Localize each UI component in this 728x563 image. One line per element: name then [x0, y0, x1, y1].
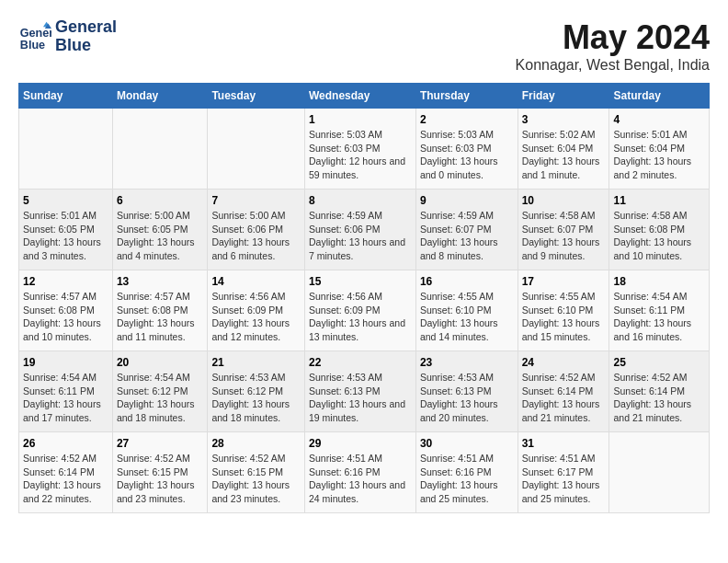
day-number: 31 — [522, 437, 606, 450]
day-number: 12 — [23, 275, 108, 288]
day-number: 30 — [420, 437, 514, 450]
calendar-table: SundayMondayTuesdayWednesdayThursdayFrid… — [18, 83, 710, 513]
day-number: 15 — [309, 275, 412, 288]
svg-text:Blue: Blue — [20, 38, 45, 51]
day-info: Sunrise: 4:52 AM Sunset: 6:14 PM Dayligh… — [613, 371, 705, 425]
calendar-cell: 28Sunrise: 4:52 AM Sunset: 6:15 PM Dayli… — [208, 432, 305, 513]
day-info: Sunrise: 4:56 AM Sunset: 6:09 PM Dayligh… — [211, 290, 301, 344]
calendar-cell: 30Sunrise: 4:51 AM Sunset: 6:16 PM Dayli… — [415, 432, 518, 513]
calendar-cell: 27Sunrise: 4:52 AM Sunset: 6:15 PM Dayli… — [112, 432, 208, 513]
calendar-cell — [208, 109, 305, 190]
weekday-header-thursday: Thursday — [415, 84, 518, 109]
calendar-cell: 24Sunrise: 4:52 AM Sunset: 6:14 PM Dayli… — [518, 351, 609, 432]
calendar-cell: 25Sunrise: 4:52 AM Sunset: 6:14 PM Dayli… — [609, 351, 710, 432]
calendar-cell: 2Sunrise: 5:03 AM Sunset: 6:03 PM Daylig… — [415, 109, 518, 190]
calendar-week-4: 19Sunrise: 4:54 AM Sunset: 6:11 PM Dayli… — [19, 351, 710, 432]
calendar-week-3: 12Sunrise: 4:57 AM Sunset: 6:08 PM Dayli… — [19, 270, 710, 351]
calendar-cell: 15Sunrise: 4:56 AM Sunset: 6:09 PM Dayli… — [304, 270, 415, 351]
day-info: Sunrise: 4:53 AM Sunset: 6:13 PM Dayligh… — [420, 371, 514, 425]
day-number: 4 — [613, 113, 705, 126]
day-number: 16 — [420, 275, 514, 288]
page-header: General Blue General Blue May 2024 Konna… — [18, 18, 710, 74]
calendar-cell — [609, 432, 710, 513]
day-info: Sunrise: 4:51 AM Sunset: 6:16 PM Dayligh… — [420, 452, 514, 506]
day-info: Sunrise: 5:01 AM Sunset: 6:05 PM Dayligh… — [23, 209, 108, 263]
day-number: 1 — [309, 113, 412, 126]
calendar-cell — [112, 109, 208, 190]
day-number: 20 — [117, 356, 204, 369]
day-number: 27 — [117, 437, 204, 450]
day-number: 8 — [309, 194, 412, 207]
day-info: Sunrise: 4:53 AM Sunset: 6:12 PM Dayligh… — [211, 371, 301, 425]
day-info: Sunrise: 5:00 AM Sunset: 6:06 PM Dayligh… — [211, 209, 301, 263]
weekday-header-saturday: Saturday — [609, 84, 710, 109]
calendar-cell: 6Sunrise: 5:00 AM Sunset: 6:05 PM Daylig… — [112, 190, 208, 270]
weekday-header-sunday: Sunday — [19, 84, 113, 109]
weekday-header-monday: Monday — [112, 84, 208, 109]
weekday-header-friday: Friday — [518, 84, 609, 109]
day-info: Sunrise: 4:52 AM Sunset: 6:15 PM Dayligh… — [117, 452, 204, 506]
weekday-header-tuesday: Tuesday — [208, 84, 305, 109]
calendar-cell: 5Sunrise: 5:01 AM Sunset: 6:05 PM Daylig… — [19, 190, 113, 270]
calendar-cell: 18Sunrise: 4:54 AM Sunset: 6:11 PM Dayli… — [609, 270, 710, 351]
day-info: Sunrise: 4:52 AM Sunset: 6:15 PM Dayligh… — [211, 452, 301, 506]
logo: General Blue General Blue — [18, 18, 117, 55]
calendar-cell: 14Sunrise: 4:56 AM Sunset: 6:09 PM Dayli… — [208, 270, 305, 351]
day-info: Sunrise: 4:54 AM Sunset: 6:11 PM Dayligh… — [23, 371, 108, 425]
calendar-cell: 11Sunrise: 4:58 AM Sunset: 6:08 PM Dayli… — [609, 190, 710, 270]
calendar-week-5: 26Sunrise: 4:52 AM Sunset: 6:14 PM Dayli… — [19, 432, 710, 513]
day-number: 17 — [522, 275, 606, 288]
day-number: 29 — [309, 437, 412, 450]
day-number: 25 — [613, 356, 705, 369]
page-title: May 2024 — [516, 18, 710, 57]
day-number: 2 — [420, 113, 514, 126]
day-number: 18 — [613, 275, 705, 288]
day-info: Sunrise: 4:56 AM Sunset: 6:09 PM Dayligh… — [309, 290, 412, 344]
day-number: 11 — [613, 194, 705, 207]
weekday-header-wednesday: Wednesday — [304, 84, 415, 109]
calendar-cell: 19Sunrise: 4:54 AM Sunset: 6:11 PM Dayli… — [19, 351, 113, 432]
day-info: Sunrise: 4:58 AM Sunset: 6:07 PM Dayligh… — [522, 209, 606, 263]
day-number: 3 — [522, 113, 606, 126]
calendar-cell: 23Sunrise: 4:53 AM Sunset: 6:13 PM Dayli… — [415, 351, 518, 432]
day-info: Sunrise: 4:55 AM Sunset: 6:10 PM Dayligh… — [420, 290, 514, 344]
logo-text-line2: Blue — [55, 37, 117, 55]
calendar-cell: 12Sunrise: 4:57 AM Sunset: 6:08 PM Dayli… — [19, 270, 113, 351]
day-number: 24 — [522, 356, 606, 369]
logo-icon: General Blue — [18, 20, 51, 53]
day-info: Sunrise: 4:55 AM Sunset: 6:10 PM Dayligh… — [522, 290, 606, 344]
calendar-cell: 22Sunrise: 4:53 AM Sunset: 6:13 PM Dayli… — [304, 351, 415, 432]
day-info: Sunrise: 5:00 AM Sunset: 6:05 PM Dayligh… — [117, 209, 204, 263]
day-info: Sunrise: 4:52 AM Sunset: 6:14 PM Dayligh… — [522, 371, 606, 425]
calendar-cell: 13Sunrise: 4:57 AM Sunset: 6:08 PM Dayli… — [112, 270, 208, 351]
logo-text-line1: General — [55, 18, 117, 37]
day-info: Sunrise: 4:51 AM Sunset: 6:16 PM Dayligh… — [309, 452, 412, 506]
day-number: 14 — [211, 275, 301, 288]
day-number: 22 — [309, 356, 412, 369]
calendar-cell: 10Sunrise: 4:58 AM Sunset: 6:07 PM Dayli… — [518, 190, 609, 270]
title-area: May 2024 Konnagar, West Bengal, India — [516, 18, 710, 74]
calendar-cell: 29Sunrise: 4:51 AM Sunset: 6:16 PM Dayli… — [304, 432, 415, 513]
calendar-cell: 1Sunrise: 5:03 AM Sunset: 6:03 PM Daylig… — [304, 109, 415, 190]
day-info: Sunrise: 4:59 AM Sunset: 6:06 PM Dayligh… — [309, 209, 412, 263]
calendar-cell — [19, 109, 113, 190]
day-info: Sunrise: 4:54 AM Sunset: 6:12 PM Dayligh… — [117, 371, 204, 425]
calendar-cell: 9Sunrise: 4:59 AM Sunset: 6:07 PM Daylig… — [415, 190, 518, 270]
day-number: 21 — [211, 356, 301, 369]
day-number: 7 — [211, 194, 301, 207]
day-number: 19 — [23, 356, 108, 369]
calendar-cell: 17Sunrise: 4:55 AM Sunset: 6:10 PM Dayli… — [518, 270, 609, 351]
day-info: Sunrise: 4:51 AM Sunset: 6:17 PM Dayligh… — [522, 452, 606, 506]
day-number: 28 — [211, 437, 301, 450]
calendar-cell: 20Sunrise: 4:54 AM Sunset: 6:12 PM Dayli… — [112, 351, 208, 432]
day-number: 6 — [117, 194, 204, 207]
calendar-cell: 16Sunrise: 4:55 AM Sunset: 6:10 PM Dayli… — [415, 270, 518, 351]
weekday-header-row: SundayMondayTuesdayWednesdayThursdayFrid… — [19, 84, 710, 109]
calendar-cell: 21Sunrise: 4:53 AM Sunset: 6:12 PM Dayli… — [208, 351, 305, 432]
day-number: 9 — [420, 194, 514, 207]
day-info: Sunrise: 4:59 AM Sunset: 6:07 PM Dayligh… — [420, 209, 514, 263]
page-subtitle: Konnagar, West Bengal, India — [516, 57, 710, 74]
day-info: Sunrise: 4:52 AM Sunset: 6:14 PM Dayligh… — [23, 452, 108, 506]
day-info: Sunrise: 5:03 AM Sunset: 6:03 PM Dayligh… — [309, 128, 412, 182]
calendar-cell: 3Sunrise: 5:02 AM Sunset: 6:04 PM Daylig… — [518, 109, 609, 190]
